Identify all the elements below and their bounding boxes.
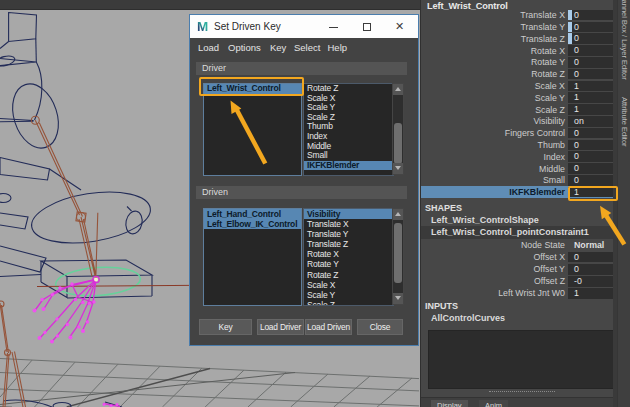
driver-attribute-item[interactable]: IKFKBlemder [304, 161, 393, 171]
attribute-row[interactable]: Offset X0 [421, 251, 614, 263]
driven-objects-list[interactable]: Left_Hand_ControlLeft_Elbow_IK_Control [203, 208, 302, 306]
node-row[interactable]: AllControlCurves [421, 312, 614, 324]
node-row[interactable]: Left_Wrist_ControlShape [421, 214, 614, 226]
driven-attribute-item[interactable]: Scale Z [304, 300, 393, 306]
channel-row[interactable]: Rotate Y0 [421, 56, 614, 68]
driven-attributes-list[interactable]: VisibilityTranslate XTranslate YTranslat… [303, 208, 394, 306]
hand-skeleton-selected [35, 276, 121, 406]
channel-value-field[interactable]: 0 [568, 22, 613, 33]
menu-help[interactable]: Help [328, 38, 348, 60]
channel-value-field[interactable]: 0 [568, 57, 613, 68]
tab-display[interactable]: Display [431, 400, 468, 407]
driven-object-item[interactable]: Left_Elbow_IK_Control [204, 219, 301, 229]
channel-label: Index [421, 151, 565, 163]
driven-attribute-item[interactable]: Rotate X [304, 249, 393, 259]
channel-value-field[interactable]: on [568, 116, 613, 127]
channel-row[interactable]: Index0 [421, 151, 614, 163]
channel-value-field[interactable]: 0 [568, 45, 613, 56]
driven-attribute-item[interactable]: Scale X [304, 280, 393, 290]
hand-joint-dots [33, 282, 119, 407]
channel-box-panel: Left_Wrist_Control Translate X0Translate… [420, 0, 630, 407]
dialog-titlebar[interactable]: M Set Driven Key ✕ [190, 15, 418, 38]
splitter-handle[interactable] [489, 391, 555, 392]
minimize-button[interactable] [317, 15, 350, 38]
menu-load[interactable]: Load [198, 38, 219, 60]
channel-row[interactable]: Rotate X0 [421, 45, 614, 57]
channel-value-field[interactable]: 0 [568, 175, 613, 186]
driver-attributes-list[interactable]: Rotate ZScale XScale YScale ZThumbIndexM… [303, 83, 394, 176]
tab-attribute-editor[interactable]: Attribute Editor [620, 97, 629, 147]
panel-side-tabs: Channel Box / Layer Editor Attribute Edi… [617, 0, 630, 407]
scroll-down-button[interactable] [393, 163, 403, 174]
set-driven-key-dialog: M Set Driven Key ✕ LoadOptionsKeySelectH… [189, 14, 419, 346]
channel-value-field[interactable]: 0 [568, 33, 613, 44]
menu-key[interactable]: Key [270, 38, 286, 60]
channel-value-field[interactable]: 0 [568, 140, 613, 151]
channel-row[interactable]: Scale Z1 [421, 104, 614, 116]
channel-row[interactable]: Scale Y1 [421, 92, 614, 104]
channel-row[interactable]: Translate Y0 [421, 21, 614, 33]
driven-attribute-item[interactable]: Translate X [304, 219, 393, 229]
driver-scrollbar[interactable] [392, 83, 404, 175]
driven-attribute-item[interactable]: Visibility [304, 209, 393, 219]
channel-label: Scale Y [421, 92, 565, 104]
attribute-row[interactable]: Offset Z-0 [421, 275, 614, 287]
close-button[interactable]: ✕ [383, 15, 416, 38]
key-button[interactable]: Key [199, 319, 252, 335]
channel-value-field[interactable]: 0 [568, 151, 613, 162]
attribute-label: Offset Y [421, 263, 565, 275]
keyed-marker [568, 33, 572, 44]
attribute-row[interactable]: Node StateNormal [421, 239, 614, 251]
keyed-marker [568, 10, 572, 21]
scroll-up-button[interactable] [393, 84, 403, 95]
channel-row[interactable]: Thumb0 [421, 139, 614, 151]
attribute-row[interactable]: Left Wrist Jnt W01 [421, 287, 614, 299]
node-row[interactable]: Left_Wrist_Control_pointConstraint1 [421, 226, 614, 238]
load-driven-button[interactable]: Load Driven [305, 319, 352, 335]
maximize-icon[interactable] [350, 15, 383, 38]
channel-rows: Translate X0Translate Y0Translate Z0Rota… [421, 9, 614, 198]
channel-value-field[interactable]: 0 [568, 10, 613, 21]
annotation-box-driver-object [199, 77, 304, 96]
channel-row[interactable]: Scale X1 [421, 80, 614, 92]
attribute-value-field[interactable]: -0 [568, 276, 613, 287]
scrollbar-thumb[interactable] [394, 123, 402, 164]
attribute-value-field[interactable]: Normal [568, 240, 613, 251]
scroll-up-button[interactable] [393, 209, 403, 220]
menu-select[interactable]: Select [294, 38, 320, 60]
scroll-down-button[interactable] [393, 293, 403, 304]
driven-attribute-item[interactable]: Rotate Y [304, 259, 393, 269]
scrollbar-thumb[interactable] [394, 223, 402, 283]
channel-row[interactable]: Small0 [421, 174, 614, 186]
channel-value-field[interactable]: 1 [568, 104, 613, 115]
maya-icon: M [196, 20, 209, 33]
driven-attribute-item[interactable]: Scale Y [304, 290, 393, 300]
driven-attribute-item[interactable]: Translate Z [304, 239, 393, 249]
load-driver-button[interactable]: Load Driver [257, 319, 304, 335]
menu-options[interactable]: Options [228, 38, 261, 60]
channel-row[interactable]: Fingers Control0 [421, 127, 614, 139]
channel-row[interactable]: Translate Z0 [421, 33, 614, 45]
channel-value-field[interactable]: 0 [568, 128, 613, 139]
channel-value-field[interactable]: 1 [568, 92, 613, 103]
attribute-value-field[interactable]: 0 [568, 264, 613, 275]
attribute-value-field[interactable]: 0 [568, 252, 613, 263]
channel-row[interactable]: Translate X0 [421, 9, 614, 21]
close-button[interactable]: Close [357, 319, 403, 335]
attribute-value-field[interactable]: 1 [568, 288, 613, 299]
keyed-marker [568, 22, 572, 33]
driven-attribute-item[interactable]: Rotate Z [304, 270, 393, 280]
driven-attribute-item[interactable]: Translate Y [304, 229, 393, 239]
channel-value-field[interactable]: 1 [568, 81, 613, 92]
driven-object-item[interactable]: Left_Hand_Control [204, 209, 301, 219]
channel-row[interactable]: Visibilityon [421, 115, 614, 127]
channel-value-field[interactable]: 0 [568, 69, 613, 80]
channel-value-field[interactable]: 0 [568, 163, 613, 174]
driven-scrollbar[interactable] [392, 208, 404, 305]
attribute-row[interactable]: Offset Y0 [421, 263, 614, 275]
channel-row[interactable]: Rotate Z0 [421, 68, 614, 80]
tab-anim[interactable]: Anim [479, 400, 508, 407]
tab-channel-box-layer-editor[interactable]: Channel Box / Layer Editor [620, 0, 629, 80]
driver-objects-list[interactable]: Left_Wrist_Control [203, 83, 302, 176]
channel-row[interactable]: Middle0 [421, 163, 614, 175]
